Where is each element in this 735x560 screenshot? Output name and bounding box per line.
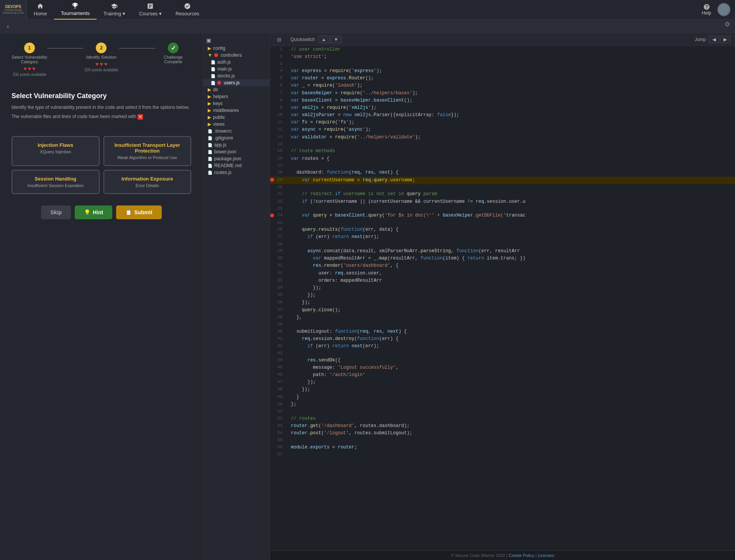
nav-training[interactable]: Training ▾ [97, 0, 132, 20]
line-number-7: 7 [276, 90, 285, 97]
line-code-45: message: 'Logout successfully', [288, 364, 735, 371]
option-injection[interactable]: Injection Flaws XQuery Injection [11, 136, 100, 166]
settings-icon[interactable] [724, 21, 730, 28]
code-line-27: 27 if (err) return next(err); [270, 233, 735, 241]
file-icon: 📄 [211, 67, 215, 71]
step-3-label: Challenge Complete [155, 55, 191, 64]
nav-tournaments[interactable]: Tournaments [54, 0, 97, 20]
code-editor[interactable]: 1// user controller2'use strict';34var e… [270, 46, 735, 550]
code-line-33: 33 orders: mappedResultArr [270, 277, 735, 284]
line-code-7: var basexHelper = require('../helpers/ba… [288, 90, 735, 97]
hint-button[interactable]: 💡 Hint [75, 205, 112, 219]
hint-icon: 💡 [84, 209, 90, 215]
line-gutter-12: 12 [270, 126, 288, 133]
line-code-56: module.exports = router; [288, 444, 735, 451]
tree-package-json[interactable]: 📄 package.json [203, 155, 270, 162]
line-gutter-13: 13 [270, 134, 288, 141]
footer-cookie-policy[interactable]: Cookie Policy [509, 553, 534, 558]
line-code-32: user: req.session.user, [288, 270, 735, 277]
line-number-20: 20 [276, 184, 285, 191]
tree-middlewares[interactable]: ▶ middlewares [203, 107, 270, 114]
quickswitch-up[interactable]: ▲ [318, 36, 330, 43]
nav-home[interactable]: Home [27, 0, 54, 20]
line-code-8: var basexClient = basexHelper.basexClien… [288, 97, 735, 104]
code-line-46: 46 path: '/auth/login' [270, 371, 735, 379]
line-code-34: }); [288, 284, 735, 292]
tree-routes-js[interactable]: 📄 routes.js [203, 169, 270, 176]
step-3: ✓ Challenge Complete [155, 43, 191, 64]
code-line-19: 19 var currentUsername = req.query.usern… [270, 177, 735, 184]
line-gutter-31: 31 [270, 262, 288, 269]
skip-button[interactable]: Skip [41, 205, 71, 219]
code-line-38: 38 }, [270, 314, 735, 321]
line-code-30: var mappedResultArr = _.map(resultArr, f… [288, 255, 735, 262]
nav-avatar[interactable] [717, 3, 730, 16]
error-dot-24 [270, 213, 274, 217]
code-line-36: 36 }); [270, 299, 735, 306]
line-number-12: 12 [276, 126, 285, 133]
code-line-25: 25 [270, 220, 735, 227]
option-session[interactable]: Session Handling Insufficient Session Ex… [11, 170, 100, 194]
tree-readme[interactable]: 📄 README.md [203, 162, 270, 169]
back-button[interactable]: ‹ [4, 21, 12, 31]
quickswitch-down[interactable]: ▼ [330, 36, 342, 43]
tree-controllers[interactable]: ▼ controllers [203, 52, 270, 59]
submit-button[interactable]: 📋 Submit [116, 205, 161, 219]
line-gutter-1: 1 [270, 46, 288, 53]
file-icon: 📄 [211, 60, 215, 64]
step-2-points: 200 points available [84, 68, 118, 72]
line-number-13: 13 [276, 134, 285, 141]
line-code-29: async.concat(data.result, xmlParserNoArr… [288, 248, 735, 255]
tree-main-js[interactable]: 📄 main.js [203, 66, 270, 72]
tree-item-label: README.md [214, 163, 241, 168]
line-number-48: 48 [276, 386, 285, 393]
step-3-circle: ✓ [168, 43, 179, 53]
nav-courses[interactable]: Courses ▾ [132, 0, 169, 20]
footer-licenses[interactable]: Licenses [538, 553, 554, 558]
tree-bower-json[interactable]: 📄 bower.json [203, 148, 270, 155]
tree-item-label: package.json [214, 156, 241, 161]
line-code-38: }, [288, 314, 735, 321]
tree-auth-js[interactable]: 📄 auth.js [203, 59, 270, 66]
tree-app-js[interactable]: 📄 app.js [203, 141, 270, 148]
tree-keys[interactable]: ▶ keys [203, 100, 270, 107]
collapse-icon[interactable]: ⊟ [275, 36, 284, 43]
option-information[interactable]: Information Exposure Error Details [103, 170, 192, 194]
file-icon: 📄 [208, 143, 212, 147]
line-gutter-34: 34 [270, 284, 288, 291]
line-number-22: 22 [276, 198, 285, 205]
tree-public[interactable]: ▶ public [203, 114, 270, 121]
jump-next[interactable]: ▶ [720, 36, 730, 43]
line-number-42: 42 [276, 343, 285, 350]
line-number-35: 35 [276, 292, 285, 299]
tree-item-label: .bowerrc [214, 128, 232, 134]
line-code-1: // user controller [288, 46, 735, 53]
option-information-sub: Error Details [109, 183, 186, 188]
folder-icon: ▶ [208, 108, 211, 113]
line-code-53: router.get('/dashboard', routes.dashboar… [288, 422, 735, 430]
jump-prev[interactable]: ◀ [709, 36, 719, 43]
tree-dir[interactable]: ▶ dir [203, 86, 270, 93]
line-number-15: 15 [276, 148, 285, 154]
nav-courses-label: Courses ▾ [139, 11, 162, 16]
tree-gitignore[interactable]: 📄 .gitignore [203, 135, 270, 141]
line-gutter-6: 6 [270, 82, 288, 89]
line-gutter-42: 42 [270, 343, 288, 350]
nav-help[interactable]: Help [699, 2, 714, 17]
line-number-46: 46 [276, 371, 285, 378]
tree-item-label: helpers [213, 94, 228, 99]
line-number-38: 38 [276, 314, 285, 321]
tree-config[interactable]: ▶ config [203, 45, 270, 52]
tree-views[interactable]: ▶ views [203, 121, 270, 128]
folder-icon: ▼ [208, 53, 212, 58]
footer-copyright: © Secure Code Warrior 2022 | [451, 553, 508, 558]
tree-bowerrc[interactable]: 📄 .bowerrc [203, 128, 270, 135]
tree-stocks-js[interactable]: 📄 stocks.js [203, 72, 270, 79]
jump-label: Jump [695, 37, 706, 42]
tree-item-label: middlewares [213, 108, 239, 113]
tree-users-js[interactable]: 📄 users.js [203, 79, 270, 86]
tree-helpers[interactable]: ▶ helpers [203, 93, 270, 100]
tree-item-label: keys [213, 101, 223, 106]
nav-resources[interactable]: Resources [169, 0, 206, 20]
option-transport[interactable]: Insufficient Transport Layer Protection … [103, 136, 192, 166]
